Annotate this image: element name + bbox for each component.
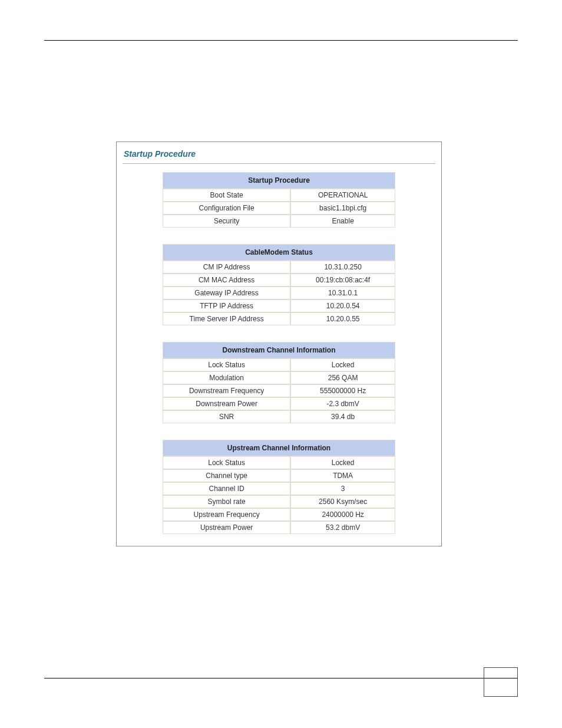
table-header: CableModem Status bbox=[163, 244, 395, 261]
row-key: CM IP Address bbox=[163, 261, 290, 274]
row-value: Enable bbox=[290, 215, 395, 228]
table-row: TFTP IP Address10.20.0.54 bbox=[163, 299, 395, 312]
row-value: TDMA bbox=[290, 469, 395, 482]
table-row: Configuration Filebasic1.1bpi.cfg bbox=[163, 202, 395, 215]
table-header: Upstream Channel Information bbox=[163, 440, 395, 456]
row-value: 10.20.0.55 bbox=[290, 312, 395, 325]
downstream-channel-table: Downstream Channel Information Lock Stat… bbox=[163, 342, 395, 423]
table-row: Upstream Frequency24000000 Hz bbox=[163, 508, 395, 521]
row-value: 2560 Ksym/sec bbox=[290, 495, 395, 508]
row-key: Channel type bbox=[163, 469, 290, 482]
table-row: Channel typeTDMA bbox=[163, 469, 395, 482]
panel-title: Startup Procedure bbox=[117, 142, 441, 162]
row-value: basic1.1bpi.cfg bbox=[290, 202, 395, 215]
row-key: Boot State bbox=[163, 189, 290, 202]
row-value: 39.4 db bbox=[290, 410, 395, 423]
row-value: Locked bbox=[290, 456, 395, 469]
page-number-box bbox=[484, 667, 518, 697]
table-row: Boot StateOPERATIONAL bbox=[163, 189, 395, 202]
page-header-rule bbox=[44, 40, 518, 41]
table-row: Channel ID3 bbox=[163, 482, 395, 495]
row-key: Symbol rate bbox=[163, 495, 290, 508]
row-key: Upstream Power bbox=[163, 521, 290, 534]
status-panel: Startup Procedure Startup Procedure Boot… bbox=[116, 141, 442, 546]
table-header: Downstream Channel Information bbox=[163, 342, 395, 358]
table-row: Downstream Power-2.3 dbmV bbox=[163, 397, 395, 410]
row-value: 3 bbox=[290, 482, 395, 495]
row-value: 53.2 dbmV bbox=[290, 521, 395, 534]
row-key: Security bbox=[163, 215, 290, 228]
table-row: CM IP Address10.31.0.250 bbox=[163, 261, 395, 274]
row-value: -2.3 dbmV bbox=[290, 397, 395, 410]
table-row: Downstream Frequency555000000 Hz bbox=[163, 384, 395, 397]
row-key: Upstream Frequency bbox=[163, 508, 290, 521]
row-key: Time Server IP Address bbox=[163, 312, 290, 325]
row-value: 555000000 Hz bbox=[290, 384, 395, 397]
row-value: 10.31.0.250 bbox=[290, 261, 395, 274]
table-row: Upstream Power53.2 dbmV bbox=[163, 521, 395, 534]
row-value: 256 QAM bbox=[290, 371, 395, 384]
table-row: SNR39.4 db bbox=[163, 410, 395, 423]
table-header: Startup Procedure bbox=[163, 172, 395, 189]
row-key: Downstream Frequency bbox=[163, 384, 290, 397]
table-row: Modulation256 QAM bbox=[163, 371, 395, 384]
row-key: Lock Status bbox=[163, 358, 290, 371]
row-key: TFTP IP Address bbox=[163, 299, 290, 312]
row-value: Locked bbox=[290, 358, 395, 371]
row-value: 24000000 Hz bbox=[290, 508, 395, 521]
table-row: SecurityEnable bbox=[163, 215, 395, 228]
table-row: Lock StatusLocked bbox=[163, 456, 395, 469]
table-row: Gateway IP Address10.31.0.1 bbox=[163, 286, 395, 299]
row-value: OPERATIONAL bbox=[290, 189, 395, 202]
table-row: CM MAC Address00:19:cb:08:ac:4f bbox=[163, 274, 395, 286]
row-key: Downstream Power bbox=[163, 397, 290, 410]
table-row: Time Server IP Address10.20.0.55 bbox=[163, 312, 395, 325]
row-key: Gateway IP Address bbox=[163, 286, 290, 299]
row-key: SNR bbox=[163, 410, 290, 423]
row-key: Configuration File bbox=[163, 202, 290, 215]
row-key: Lock Status bbox=[163, 456, 290, 469]
row-key: Modulation bbox=[163, 371, 290, 384]
table-row: Symbol rate2560 Ksym/sec bbox=[163, 495, 395, 508]
panel-divider bbox=[123, 163, 435, 164]
row-value: 10.31.0.1 bbox=[290, 286, 395, 299]
row-value: 00:19:cb:08:ac:4f bbox=[290, 274, 395, 286]
table-row: Lock StatusLocked bbox=[163, 358, 395, 371]
cablemodem-status-table: CableModem Status CM IP Address10.31.0.2… bbox=[163, 244, 395, 325]
row-key: CM MAC Address bbox=[163, 274, 290, 286]
row-value: 10.20.0.54 bbox=[290, 299, 395, 312]
upstream-channel-table: Upstream Channel Information Lock Status… bbox=[163, 440, 395, 534]
startup-procedure-table: Startup Procedure Boot StateOPERATIONAL … bbox=[163, 172, 395, 228]
row-key: Channel ID bbox=[163, 482, 290, 495]
page-footer-rule bbox=[44, 678, 518, 678]
